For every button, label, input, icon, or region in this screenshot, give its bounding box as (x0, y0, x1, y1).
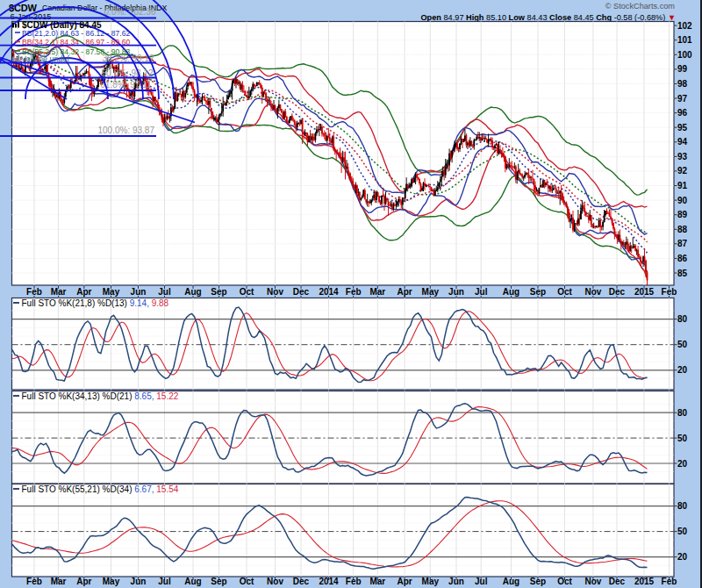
svg-text:Mar: Mar (369, 577, 385, 586)
svg-text:May: May (103, 577, 120, 586)
svg-text:Jun: Jun (131, 577, 147, 586)
svg-text:Oct: Oct (240, 287, 254, 297)
svg-text:Jun: Jun (448, 577, 464, 586)
svg-text:87: 87 (677, 239, 688, 248)
svg-text:101: 101 (677, 35, 692, 45)
svg-text:Sep: Sep (530, 287, 546, 297)
svg-text:Full STO %K(21,8) %D(13) 9.14,: Full STO %K(21,8) %D(13) 9.14, 9.88 (22, 298, 169, 308)
svg-text:2014: 2014 (319, 287, 339, 297)
svg-text:Apr: Apr (76, 287, 91, 297)
svg-text:May: May (103, 287, 120, 297)
svg-text:Dec: Dec (293, 577, 310, 586)
svg-text:100: 100 (677, 50, 692, 60)
svg-text:Apr: Apr (76, 577, 91, 586)
svg-text:85: 85 (677, 269, 688, 278)
svg-text:100.0%: 93.87: 100.0%: 93.87 (98, 125, 155, 135)
svg-text:50: 50 (677, 434, 688, 443)
svg-text:93: 93 (677, 152, 688, 161)
svg-text:Sep: Sep (211, 287, 226, 297)
svg-text:90: 90 (677, 196, 688, 205)
svg-text:Oct: Oct (240, 577, 254, 586)
svg-text:Jul: Jul (158, 287, 171, 297)
svg-text:94: 94 (677, 137, 688, 147)
svg-text:2015: 2015 (634, 577, 655, 586)
svg-text:20: 20 (677, 459, 688, 469)
svg-text:61.8%: 97.11: 61.8%: 97.11 (100, 80, 152, 90)
svg-text:Feb: Feb (346, 287, 362, 297)
svg-text:Open 84.97 High 85.10 Low 84.4: Open 84.97 High 85.10 Low 84.43 Close 84… (420, 13, 676, 22)
svg-text:50: 50 (677, 340, 688, 349)
svg-text:Feb: Feb (346, 577, 362, 586)
svg-text:96: 96 (677, 108, 688, 118)
svg-text:Volume undef: Volume undef (21, 54, 70, 63)
svg-text:Feb: Feb (26, 577, 42, 586)
svg-text:Nov: Nov (267, 577, 283, 586)
svg-text:Full STO %K(55,21) %D(34) 6.67: Full STO %K(55,21) %D(34) 6.67, 15.54 (22, 484, 179, 494)
svg-text:Feb: Feb (662, 577, 677, 586)
svg-text:Mar: Mar (369, 287, 385, 297)
svg-text:Mar: Mar (51, 577, 67, 586)
svg-text:99: 99 (677, 64, 688, 74)
svg-text:80: 80 (677, 408, 688, 418)
svg-text:Dec: Dec (293, 287, 310, 297)
svg-text:Feb: Feb (662, 287, 677, 297)
svg-text:97: 97 (677, 94, 688, 104)
svg-text:89: 89 (677, 210, 688, 219)
svg-text:92: 92 (677, 166, 688, 176)
svg-text:Feb: Feb (26, 287, 42, 297)
svg-text:102: 102 (677, 21, 692, 31)
svg-text:86: 86 (677, 254, 688, 263)
svg-text:May: May (422, 287, 440, 297)
svg-text:0.0%: 102.36: 0.0%: 102.36 (104, 7, 156, 17)
svg-text:20: 20 (677, 365, 688, 375)
svg-text:20: 20 (677, 552, 688, 562)
svg-text:Jul: Jul (158, 577, 171, 586)
svg-text:6-Jan-2015: 6-Jan-2015 (11, 12, 52, 21)
svg-text:Oct: Oct (557, 577, 572, 586)
svg-text:Mar: Mar (51, 287, 67, 297)
svg-text:Aug: Aug (184, 287, 201, 297)
svg-text:Nov: Nov (267, 287, 283, 297)
svg-text:98: 98 (677, 79, 688, 89)
svg-text:Jun: Jun (448, 287, 464, 297)
svg-text:2015: 2015 (634, 287, 655, 297)
svg-text:Aug: Aug (503, 287, 519, 297)
svg-text:BB(21,2.0) 84.63 - 86.12 - 87.: BB(21,2.0) 84.63 - 86.12 - 87.62 (22, 29, 130, 38)
svg-text:Nov: Nov (584, 287, 601, 297)
svg-text:88: 88 (677, 225, 688, 234)
svg-text:80: 80 (677, 501, 688, 511)
svg-text:Oct: Oct (557, 287, 572, 297)
svg-text:80: 80 (677, 314, 688, 324)
svg-text:Sep: Sep (530, 577, 546, 586)
svg-text:Apr: Apr (397, 577, 412, 586)
svg-text:Full STO %K(34,13) %D(21) 8.65: Full STO %K(34,13) %D(21) 8.65, 15.22 (22, 391, 179, 401)
svg-text:Jul: Jul (475, 577, 488, 586)
svg-text:BB(34,2.1) 84.34 - 86.97 - 89.: BB(34,2.1) 84.34 - 86.97 - 89.60 (22, 38, 130, 47)
svg-text:Aug: Aug (184, 577, 201, 586)
svg-text:2014: 2014 (319, 577, 339, 586)
svg-text:91: 91 (677, 181, 688, 190)
svg-text:50.0%: 98.12: 50.0%: 98.12 (102, 68, 154, 78)
svg-text:Jul: Jul (475, 287, 488, 297)
svg-text:Dec: Dec (609, 287, 626, 297)
svg-text:Aug: Aug (503, 577, 519, 586)
svg-text:50: 50 (677, 527, 688, 536)
svg-text:May: May (422, 577, 440, 586)
svg-text:Dec: Dec (609, 577, 626, 586)
svg-text:Sep: Sep (211, 577, 226, 586)
svg-text:Apr: Apr (397, 287, 412, 297)
svg-text:Nov: Nov (584, 577, 601, 586)
svg-text:© StockCharts.com: © StockCharts.com (605, 2, 676, 11)
svg-text:95: 95 (677, 123, 688, 133)
svg-text:Jun: Jun (131, 287, 147, 297)
